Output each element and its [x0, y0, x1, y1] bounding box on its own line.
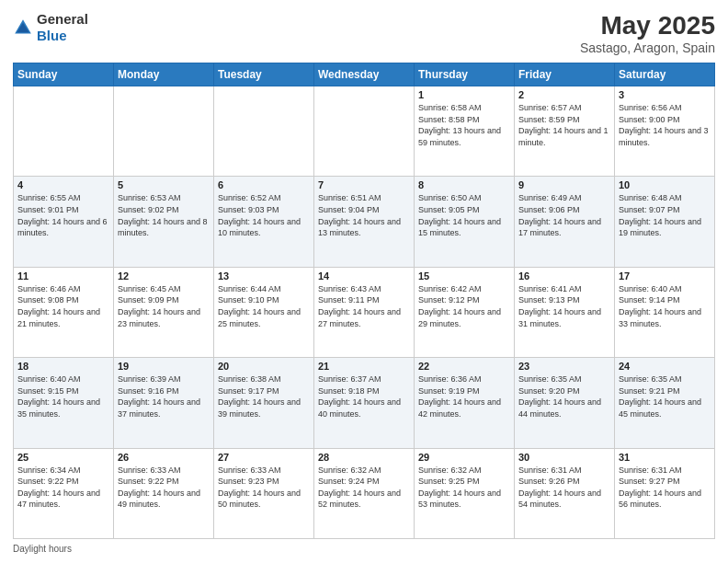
col-header-friday: Friday — [515, 63, 615, 86]
calendar-cell: 21Sunrise: 6:37 AM Sunset: 9:18 PM Dayli… — [314, 358, 415, 448]
day-info: Sunrise: 6:37 AM Sunset: 9:18 PM Dayligh… — [318, 373, 410, 419]
day-info: Sunrise: 6:40 AM Sunset: 9:14 PM Dayligh… — [619, 283, 711, 329]
title-block: May 2025 Sastago, Aragon, Spain — [580, 11, 715, 55]
day-number: 30 — [518, 452, 610, 463]
logo: General Blue — [13, 11, 88, 44]
col-header-monday: Monday — [114, 63, 214, 86]
calendar-cell: 31Sunrise: 6:31 AM Sunset: 9:27 PM Dayli… — [615, 448, 715, 538]
page: General Blue May 2025 Sastago, Aragon, S… — [0, 0, 728, 563]
logo-icon — [13, 17, 33, 38]
day-info: Sunrise: 6:52 AM Sunset: 9:03 PM Dayligh… — [218, 192, 310, 238]
day-info: Sunrise: 6:56 AM Sunset: 9:00 PM Dayligh… — [619, 102, 711, 148]
day-number: 11 — [17, 270, 109, 282]
calendar-week-2: 4Sunrise: 6:55 AM Sunset: 9:01 PM Daylig… — [14, 177, 715, 267]
calendar-cell: 4Sunrise: 6:55 AM Sunset: 9:01 PM Daylig… — [14, 177, 114, 267]
calendar-cell: 30Sunrise: 6:31 AM Sunset: 9:26 PM Dayli… — [515, 448, 615, 538]
day-info: Sunrise: 6:35 AM Sunset: 9:20 PM Dayligh… — [518, 373, 610, 419]
calendar-week-1: 1Sunrise: 6:58 AM Sunset: 8:58 PM Daylig… — [14, 86, 715, 177]
day-number: 14 — [318, 270, 410, 282]
col-header-saturday: Saturday — [615, 63, 715, 86]
calendar-cell — [114, 86, 214, 177]
col-header-wednesday: Wednesday — [314, 63, 415, 86]
day-info: Sunrise: 6:31 AM Sunset: 9:27 PM Dayligh… — [619, 465, 711, 511]
calendar-body: 1Sunrise: 6:58 AM Sunset: 8:58 PM Daylig… — [14, 86, 715, 539]
calendar-header-row: SundayMondayTuesdayWednesdayThursdayFrid… — [14, 63, 715, 86]
day-info: Sunrise: 6:32 AM Sunset: 9:24 PM Dayligh… — [318, 465, 410, 511]
calendar-cell: 1Sunrise: 6:58 AM Sunset: 8:58 PM Daylig… — [415, 86, 515, 177]
day-info: Sunrise: 6:39 AM Sunset: 9:16 PM Dayligh… — [118, 373, 210, 419]
calendar-cell: 29Sunrise: 6:32 AM Sunset: 9:25 PM Dayli… — [415, 448, 515, 538]
day-number: 17 — [619, 270, 711, 282]
day-info: Sunrise: 6:33 AM Sunset: 9:23 PM Dayligh… — [218, 465, 310, 511]
day-number: 6 — [218, 179, 310, 190]
calendar-week-3: 11Sunrise: 6:46 AM Sunset: 9:08 PM Dayli… — [14, 267, 715, 357]
day-number: 29 — [418, 452, 510, 463]
day-number: 7 — [318, 179, 410, 190]
day-number: 19 — [118, 361, 210, 372]
day-info: Sunrise: 6:43 AM Sunset: 9:11 PM Dayligh… — [318, 283, 410, 329]
header: General Blue May 2025 Sastago, Aragon, S… — [13, 11, 715, 55]
day-info: Sunrise: 6:44 AM Sunset: 9:10 PM Dayligh… — [218, 283, 310, 329]
day-number: 10 — [619, 179, 711, 190]
calendar-cell: 11Sunrise: 6:46 AM Sunset: 9:08 PM Dayli… — [14, 267, 114, 357]
calendar-cell: 27Sunrise: 6:33 AM Sunset: 9:23 PM Dayli… — [214, 448, 314, 538]
calendar-cell: 19Sunrise: 6:39 AM Sunset: 9:16 PM Dayli… — [114, 358, 214, 448]
day-info: Sunrise: 6:58 AM Sunset: 8:58 PM Dayligh… — [418, 102, 510, 148]
logo-general: General — [37, 11, 88, 27]
month-title: May 2025 — [580, 11, 715, 40]
col-header-thursday: Thursday — [415, 63, 515, 86]
day-number: 9 — [518, 179, 610, 190]
footer-note: Daylight hours — [13, 544, 715, 554]
calendar-cell — [14, 86, 114, 177]
day-number: 27 — [218, 452, 310, 463]
day-info: Sunrise: 6:49 AM Sunset: 9:06 PM Dayligh… — [518, 192, 610, 238]
calendar-cell: 20Sunrise: 6:38 AM Sunset: 9:17 PM Dayli… — [214, 358, 314, 448]
day-number: 21 — [318, 361, 410, 372]
day-number: 5 — [118, 179, 210, 190]
day-info: Sunrise: 6:53 AM Sunset: 9:02 PM Dayligh… — [118, 192, 210, 238]
day-number: 3 — [619, 89, 711, 100]
day-info: Sunrise: 6:51 AM Sunset: 9:04 PM Dayligh… — [318, 192, 410, 238]
calendar-cell: 7Sunrise: 6:51 AM Sunset: 9:04 PM Daylig… — [314, 177, 415, 267]
day-info: Sunrise: 6:34 AM Sunset: 9:22 PM Dayligh… — [17, 465, 109, 511]
logo-text: General Blue — [37, 11, 88, 44]
day-number: 23 — [518, 361, 610, 372]
day-number: 1 — [418, 89, 510, 100]
day-info: Sunrise: 6:41 AM Sunset: 9:13 PM Dayligh… — [518, 283, 610, 329]
calendar-cell: 14Sunrise: 6:43 AM Sunset: 9:11 PM Dayli… — [314, 267, 415, 357]
daylight-label: Daylight hours — [13, 544, 72, 554]
day-info: Sunrise: 6:45 AM Sunset: 9:09 PM Dayligh… — [118, 283, 210, 329]
calendar-cell: 5Sunrise: 6:53 AM Sunset: 9:02 PM Daylig… — [114, 177, 214, 267]
location-title: Sastago, Aragon, Spain — [580, 40, 715, 55]
day-number: 12 — [118, 270, 210, 282]
calendar: SundayMondayTuesdayWednesdayThursdayFrid… — [13, 63, 715, 539]
day-number: 18 — [17, 361, 109, 372]
day-info: Sunrise: 6:46 AM Sunset: 9:08 PM Dayligh… — [17, 283, 109, 329]
calendar-cell: 15Sunrise: 6:42 AM Sunset: 9:12 PM Dayli… — [415, 267, 515, 357]
calendar-cell: 9Sunrise: 6:49 AM Sunset: 9:06 PM Daylig… — [515, 177, 615, 267]
day-number: 24 — [619, 361, 711, 372]
day-number: 16 — [518, 270, 610, 282]
day-number: 13 — [218, 270, 310, 282]
day-info: Sunrise: 6:55 AM Sunset: 9:01 PM Dayligh… — [17, 192, 109, 238]
calendar-cell — [314, 86, 415, 177]
day-info: Sunrise: 6:36 AM Sunset: 9:19 PM Dayligh… — [418, 373, 510, 419]
calendar-cell: 24Sunrise: 6:35 AM Sunset: 9:21 PM Dayli… — [615, 358, 715, 448]
day-info: Sunrise: 6:33 AM Sunset: 9:22 PM Dayligh… — [118, 465, 210, 511]
day-info: Sunrise: 6:48 AM Sunset: 9:07 PM Dayligh… — [619, 192, 711, 238]
day-number: 4 — [17, 179, 109, 190]
calendar-cell: 10Sunrise: 6:48 AM Sunset: 9:07 PM Dayli… — [615, 177, 715, 267]
day-number: 25 — [17, 452, 109, 463]
calendar-cell: 13Sunrise: 6:44 AM Sunset: 9:10 PM Dayli… — [214, 267, 314, 357]
calendar-cell: 8Sunrise: 6:50 AM Sunset: 9:05 PM Daylig… — [415, 177, 515, 267]
calendar-cell: 25Sunrise: 6:34 AM Sunset: 9:22 PM Dayli… — [14, 448, 114, 538]
day-info: Sunrise: 6:40 AM Sunset: 9:15 PM Dayligh… — [17, 373, 109, 419]
day-number: 15 — [418, 270, 510, 282]
day-number: 28 — [318, 452, 410, 463]
calendar-cell: 23Sunrise: 6:35 AM Sunset: 9:20 PM Dayli… — [515, 358, 615, 448]
calendar-cell: 3Sunrise: 6:56 AM Sunset: 9:00 PM Daylig… — [615, 86, 715, 177]
calendar-cell: 16Sunrise: 6:41 AM Sunset: 9:13 PM Dayli… — [515, 267, 615, 357]
calendar-cell: 2Sunrise: 6:57 AM Sunset: 8:59 PM Daylig… — [515, 86, 615, 177]
day-number: 31 — [619, 452, 711, 463]
col-header-tuesday: Tuesday — [214, 63, 314, 86]
